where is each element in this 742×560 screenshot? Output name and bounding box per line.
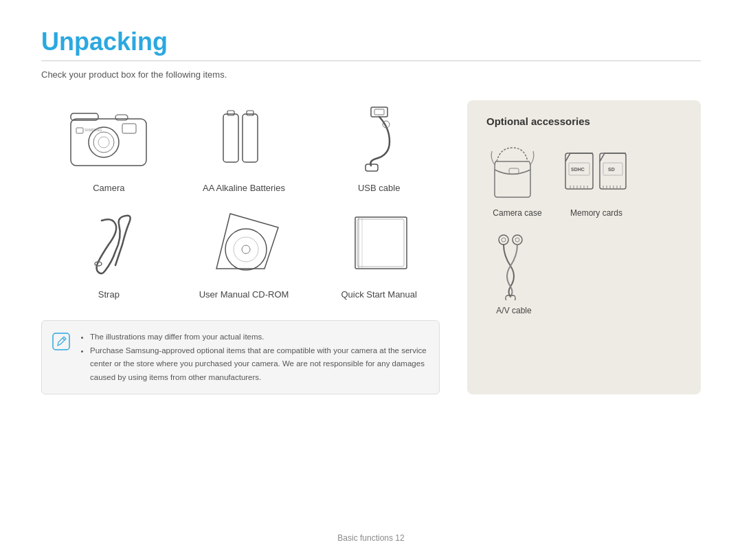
usb-image (335, 100, 424, 176)
batteries-image (199, 100, 289, 176)
usb-icon (352, 104, 407, 172)
items-row-1: SAMSUNG Camera (41, 100, 447, 193)
optional-item-case: Camera case (486, 141, 548, 218)
footer-text: Basic functions 12 (337, 533, 404, 543)
strap-image (64, 207, 153, 282)
item-strap: Strap (41, 207, 177, 300)
svg-point-3 (98, 137, 109, 148)
camera-label: Camera (93, 183, 124, 193)
memory-cards-label: Memory cards (570, 208, 622, 218)
camera-image: SAMSUNG (64, 100, 153, 176)
note-box: The illustrations may differ from your a… (41, 320, 440, 394)
svg-point-50 (515, 238, 519, 242)
camera-case-image (486, 141, 548, 203)
note-list: The illustrations may differ from your a… (79, 331, 427, 384)
manual-image (335, 207, 424, 282)
svg-rect-9 (223, 114, 238, 162)
svg-point-48 (502, 238, 506, 242)
svg-rect-12 (247, 111, 254, 115)
page: Unpacking Check your product box for the… (0, 0, 742, 560)
strap-label: Strap (98, 289, 120, 300)
svg-point-21 (234, 237, 258, 262)
note-icon (52, 332, 71, 351)
svg-rect-5 (115, 115, 128, 120)
memory-cards-icon: SDHC SD (562, 148, 631, 203)
items-grid: SAMSUNG Camera (41, 100, 447, 394)
svg-point-49 (513, 235, 522, 245)
strap-icon (64, 210, 153, 279)
svg-marker-18 (216, 214, 278, 269)
svg-rect-0 (71, 119, 146, 166)
svg-point-19 (225, 229, 267, 270)
note-item-2: Purchase Samsung-approved optional items… (90, 344, 427, 385)
note-pencil-icon (52, 332, 71, 351)
camera-case-icon (486, 141, 548, 203)
cdrom-icon (199, 207, 289, 282)
usb-label: USB cable (358, 183, 400, 193)
optional-item-av: A/V cable (486, 232, 541, 315)
manual-label: Quick Start Manual (341, 289, 417, 300)
svg-rect-25 (357, 219, 404, 267)
svg-line-27 (63, 338, 65, 340)
svg-rect-26 (53, 333, 69, 350)
svg-rect-14 (374, 109, 384, 115)
item-manual: Quick Start Manual (311, 207, 447, 300)
svg-rect-11 (243, 114, 258, 162)
batteries-icon (216, 104, 271, 172)
cdrom-label: User Manual CD-ROM (199, 289, 289, 300)
svg-rect-6 (122, 124, 136, 133)
svg-text:SDHC: SDHC (571, 167, 585, 172)
optional-title: Optional accessories (486, 115, 682, 127)
svg-rect-7 (76, 128, 83, 133)
camera-icon: SAMSUNG (64, 104, 153, 172)
cdrom-image (199, 207, 289, 282)
title-divider (41, 60, 701, 61)
optional-row-1: Camera case SDHC (486, 141, 682, 218)
main-content: SAMSUNG Camera (41, 100, 701, 394)
note-content: The illustrations may differ from your a… (79, 331, 427, 384)
batteries-label: AA Alkaline Batteries (203, 183, 285, 193)
page-footer: Basic functions 12 (0, 533, 742, 543)
item-batteries: AA Alkaline Batteries (177, 100, 312, 193)
items-row-2: Strap User Manual CD-ROM (41, 207, 447, 300)
item-camera: SAMSUNG Camera (41, 100, 177, 193)
manual-icon (338, 210, 420, 279)
svg-point-47 (499, 235, 508, 245)
svg-rect-22 (355, 217, 407, 269)
item-cdrom: User Manual CD-ROM (177, 207, 312, 300)
svg-point-20 (242, 245, 250, 254)
note-item-1: The illustrations may differ from your a… (90, 331, 427, 344)
svg-rect-28 (509, 168, 519, 174)
av-cable-label: A/V cable (496, 306, 531, 315)
svg-rect-10 (227, 111, 234, 115)
optional-row-2: A/V cable (486, 232, 682, 315)
av-cable-image (486, 232, 541, 300)
optional-accessories-box: Optional accessories (467, 100, 701, 394)
page-subtitle: Check your product box for the following… (41, 69, 701, 80)
page-title: Unpacking (41, 27, 701, 56)
memory-cards-image: SDHC SD (562, 148, 631, 203)
camera-case-label: Camera case (493, 208, 541, 218)
av-cable-icon (486, 232, 541, 300)
svg-rect-13 (371, 107, 387, 117)
svg-point-2 (93, 132, 114, 153)
svg-text:SD: SD (608, 167, 615, 172)
svg-text:SAMSUNG: SAMSUNG (85, 128, 102, 132)
optional-item-cards: SDHC SD (562, 148, 631, 218)
item-usb: USB cable (311, 100, 447, 193)
